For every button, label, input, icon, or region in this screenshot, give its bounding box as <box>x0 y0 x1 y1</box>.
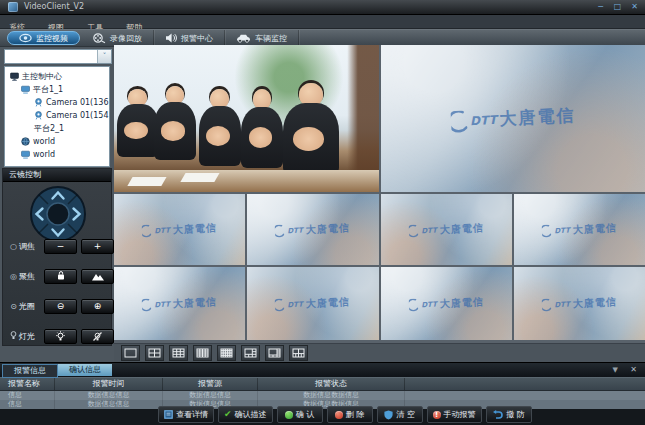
tab-label: 车辆监控 <box>255 33 287 44</box>
zoom-in-button[interactable]: + <box>81 239 114 254</box>
column-alarm-status: 报警状态 <box>258 378 405 390</box>
car-icon <box>236 33 251 43</box>
video-tile[interactable]: DTT 大唐電信 <box>381 45 645 192</box>
speaker-icon <box>165 33 177 43</box>
globe-icon <box>21 137 30 146</box>
person-figure <box>241 89 283 168</box>
layout-4-button[interactable] <box>145 345 164 361</box>
layout-10-button[interactable] <box>289 345 308 361</box>
confirm-button[interactable]: 确 认 <box>277 406 323 423</box>
film-reel-icon <box>93 33 106 44</box>
tree-item-label: 平台1_1 <box>33 84 63 95</box>
video-tile[interactable]: DTT大唐電信 <box>114 267 245 340</box>
alarm-panel: 报警信息 确认信息 ▼ ✕ 报警名称 报警时间 报警源 报警状态 信息数据信息信… <box>0 362 645 425</box>
column-alarm-name: 报警名称 <box>0 378 55 390</box>
focus-near-button[interactable] <box>44 269 77 284</box>
layout-toolbar <box>114 343 645 362</box>
tree-item-camera-136[interactable]: Camera 01(136) <box>5 96 109 109</box>
disarm-button[interactable]: 撤 防 <box>486 406 532 423</box>
light-on-button[interactable] <box>44 329 77 344</box>
tab-alarm-info[interactable]: 报警信息 <box>2 364 58 378</box>
tab-alarm-center[interactable]: 报警中心 <box>154 30 225 46</box>
iris-open-button[interactable]: ⊕ <box>81 299 114 314</box>
video-tile[interactable]: DTT大唐電信 <box>381 194 512 265</box>
video-tile[interactable]: DTT大唐電信 <box>114 194 245 265</box>
tree-item-label: world <box>33 137 55 146</box>
tree-item-platform2[interactable]: 平台2_1 <box>5 122 109 135</box>
tree-item-label: Camera 01(154) <box>46 111 110 120</box>
maximize-button[interactable]: □ <box>612 2 623 12</box>
delete-button[interactable]: 删 除 <box>327 406 373 423</box>
tab-playback[interactable]: 录像回放 <box>82 30 154 46</box>
chevron-down-icon[interactable]: ˅ <box>97 50 111 63</box>
window-title: VideoClient_V2 <box>24 2 84 11</box>
ptz-dpad[interactable] <box>29 185 87 247</box>
datang-logo: DTT大唐電信 <box>114 194 245 265</box>
tree-item-control-center[interactable]: 主控制中心 <box>5 70 109 83</box>
videoclient-window: VideoClient_V2 − □ ✕ 系统 视图 工具 帮助 监控视频 录像… <box>0 0 645 425</box>
video-tile[interactable]: DTT大唐電信 <box>247 194 378 265</box>
collapse-panel-icon[interactable]: ▼ <box>613 366 618 374</box>
alarm-table-row[interactable]: 信息数据信息信息 数据信息信息数据信息数据信息 <box>0 391 645 400</box>
tree-item-world-1[interactable]: world <box>5 135 109 148</box>
ptz-panel-title: 云镜控制 <box>3 169 111 182</box>
app-icon <box>8 2 18 12</box>
datang-logo: DTT大唐電信 <box>247 267 378 340</box>
layout-25-button[interactable] <box>217 345 236 361</box>
iris-close-button[interactable]: ⊖ <box>44 299 77 314</box>
red-dot-icon <box>335 411 343 419</box>
tab-surveillance-video[interactable]: 监控视频 <box>7 31 80 45</box>
tab-label: 监控视频 <box>36 33 68 44</box>
ptz-row-label: 调焦 <box>19 241 40 252</box>
layout-9-button[interactable] <box>169 345 188 361</box>
close-button[interactable]: ✕ <box>629 2 640 12</box>
layout-16-button[interactable] <box>193 345 212 361</box>
eye-icon <box>19 33 32 43</box>
ptz-panel: 云镜控制 ○ 调焦 − + ◎ 聚焦 <box>2 168 112 346</box>
confirm-description-button[interactable]: ✔ 确认描述 <box>218 406 273 423</box>
tab-label: 录像回放 <box>110 33 142 44</box>
view-details-button[interactable]: 查看详情 <box>158 406 214 423</box>
manual-alarm-button[interactable]: ! 手动报警 <box>427 406 482 423</box>
mountain-icon <box>92 272 104 281</box>
ptz-row-label: 灯光 <box>19 331 40 342</box>
light-off-button[interactable] <box>81 329 114 344</box>
tree-item-label: 平台2_1 <box>34 123 64 134</box>
menu-bar: 系统 视图 工具 帮助 <box>0 15 645 29</box>
video-tile[interactable]: DTT大唐電信 <box>381 267 512 340</box>
video-tile-live[interactable] <box>114 45 379 192</box>
video-tile[interactable]: DTT大唐電信 <box>514 267 645 340</box>
tab-label: 报警中心 <box>181 33 213 44</box>
light-icon <box>8 331 19 342</box>
layout-8-button[interactable] <box>265 345 284 361</box>
datang-logo: DTT大唐電信 <box>381 267 512 340</box>
ptz-row-label: 聚焦 <box>19 271 40 282</box>
tree-item-world-2[interactable]: world <box>5 148 109 161</box>
person-figure <box>283 83 339 174</box>
layout-6-button[interactable] <box>241 345 260 361</box>
brand-cn-text: 大唐電信 <box>498 104 575 131</box>
person-figure <box>154 86 196 160</box>
device-select-combobox[interactable]: ˅ <box>4 49 112 64</box>
tree-item-camera-154[interactable]: Camera 01(154) <box>5 109 109 122</box>
bulb-off-icon <box>92 331 103 342</box>
datang-logo: DTT大唐電信 <box>247 194 378 265</box>
close-panel-icon[interactable]: ✕ <box>630 365 637 374</box>
video-tile[interactable]: DTT大唐電信 <box>514 194 645 265</box>
person-figure <box>117 89 159 157</box>
layout-1-button[interactable] <box>121 345 140 361</box>
shield-icon <box>384 410 393 420</box>
video-tile[interactable]: DTT大唐電信 <box>247 267 378 340</box>
green-dot-icon <box>285 411 293 419</box>
alarm-actions: 查看详情 ✔ 确认描述 确 认 删 除 清 空 ! 手动报警 <box>158 406 532 423</box>
tree-item-platform1[interactable]: 平台1_1 <box>5 83 109 96</box>
tab-vehicle-monitor[interactable]: 车辆监控 <box>225 30 299 46</box>
screen-icon <box>21 150 30 159</box>
datang-logo: DTT大唐電信 <box>114 267 245 340</box>
focus-far-button[interactable] <box>81 269 114 284</box>
zoom-out-button[interactable]: − <box>44 239 77 254</box>
minimize-button[interactable]: − <box>595 2 606 12</box>
brand-text: DTT <box>469 112 496 127</box>
tab-confirm-info[interactable]: 确认信息 <box>58 364 112 376</box>
clear-button[interactable]: 清 空 <box>377 406 423 423</box>
